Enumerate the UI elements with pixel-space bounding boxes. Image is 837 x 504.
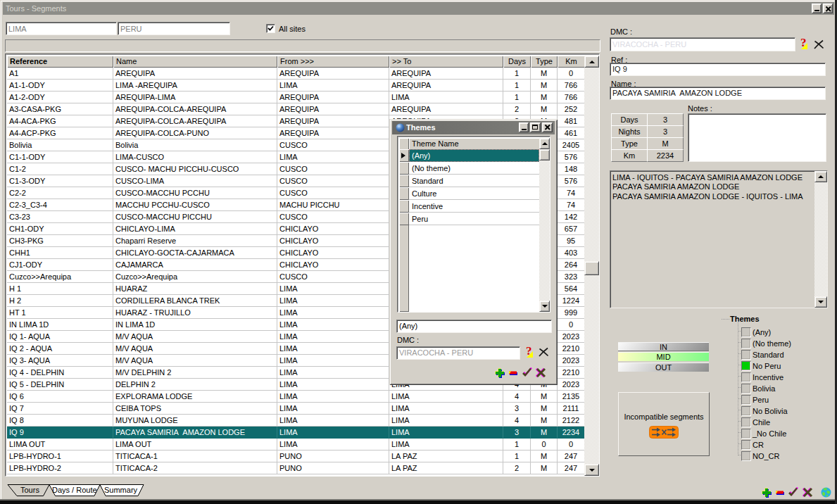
svg-text:Days / Route: Days / Route	[52, 486, 97, 494]
svg-text:Summary: Summary	[104, 486, 138, 494]
svg-text:Tours: Tours	[20, 486, 39, 494]
